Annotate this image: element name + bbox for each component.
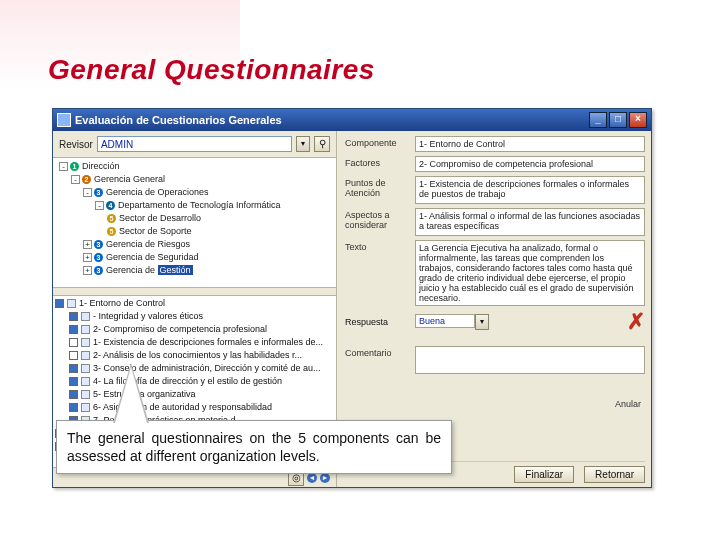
tree-node-selected: Gestión [158, 265, 193, 275]
factores-value: 2- Compromiso de competencia profesional [415, 156, 645, 172]
tree-node[interactable]: -1Dirección [57, 160, 336, 173]
list-item-label: 2- Análisis de los conocimientos y las h… [93, 349, 302, 362]
checkbox[interactable] [55, 299, 64, 308]
tree-node-label: Gerencia de [106, 265, 155, 275]
list-item[interactable]: 5- Estructura organizativa [55, 388, 334, 401]
expand-icon[interactable]: - [59, 162, 68, 171]
node-bullet-icon: 3 [94, 240, 103, 249]
tree-node[interactable]: +3Gerencia de Seguridad [57, 251, 336, 264]
tree-node[interactable]: +3Gerencia de Riesgos [57, 238, 336, 251]
expand-icon[interactable]: + [83, 253, 92, 262]
texto-label: Texto [345, 240, 409, 306]
cancel-icon[interactable]: ✗ [627, 315, 645, 329]
maximize-button[interactable]: □ [609, 112, 627, 128]
list-item[interactable]: 3- Consejo de administración, Dirección … [55, 362, 334, 375]
revisor-filter-button[interactable]: ⚲ [314, 136, 330, 152]
list-item-label: 1- Entorno de Control [79, 297, 165, 310]
tree-node-label: Gerencia de Seguridad [106, 252, 199, 262]
tree-node-label: Dirección [82, 161, 120, 171]
checkbox[interactable] [69, 403, 78, 412]
anular-label: Anular [615, 399, 641, 409]
componente-value: 1- Entorno de Control [415, 136, 645, 152]
puntos-label: Puntos de Atención [345, 176, 409, 204]
splitter[interactable] [53, 288, 336, 296]
componente-label: Componente [345, 136, 409, 152]
tree-node[interactable]: -2Gerencia General [57, 173, 336, 186]
item-icon [81, 312, 90, 321]
item-icon [81, 403, 90, 412]
aspectos-label: Aspectos a considerar [345, 208, 409, 236]
expand-icon[interactable]: - [83, 188, 92, 197]
org-tree[interactable]: -1Dirección-2Gerencia General-3Gerencia … [53, 158, 336, 288]
item-icon [81, 390, 90, 399]
app-icon [57, 113, 71, 127]
puntos-value: 1- Existencia de descripciones formales … [415, 176, 645, 204]
tree-node-label: Sector de Soporte [119, 226, 192, 236]
tree-node[interactable]: +3Gerencia de Gestión [57, 264, 336, 277]
node-bullet-icon: 5 [107, 214, 116, 223]
list-item-label: 2- Compromiso de competencia profesional [93, 323, 267, 336]
node-bullet-icon: 5 [107, 227, 116, 236]
expand-icon[interactable]: + [83, 266, 92, 275]
list-item-label: - Integridad y valores éticos [93, 310, 203, 323]
revisor-dropdown-arrow[interactable]: ▾ [296, 136, 310, 152]
revisor-label: Revisor [59, 139, 93, 150]
list-item[interactable]: 1- Entorno de Control [55, 297, 334, 310]
item-icon [81, 351, 90, 360]
node-bullet-icon: 3 [94, 188, 103, 197]
aspectos-value: 1- Análisis formal o informal de las fun… [415, 208, 645, 236]
expand-icon[interactable]: - [71, 175, 80, 184]
tree-node-label: Sector de Desarrollo [119, 213, 201, 223]
node-bullet-icon: 4 [106, 201, 115, 210]
finalizar-button[interactable]: Finalizar [514, 466, 574, 483]
tree-node-label: Gerencia de Riesgos [106, 239, 190, 249]
revisor-input[interactable] [97, 136, 292, 152]
checkbox[interactable] [69, 364, 78, 373]
comentario-label: Comentario [345, 346, 409, 374]
list-item[interactable]: 2- Compromiso de competencia profesional [55, 323, 334, 336]
comentario-value[interactable] [415, 346, 645, 374]
prev-icon[interactable]: ◄ [307, 473, 317, 483]
expand-icon[interactable]: + [83, 240, 92, 249]
slide-callout: The general questionnaires on the 5 comp… [56, 420, 452, 474]
node-bullet-icon: 3 [94, 266, 103, 275]
respuesta-dropdown-arrow[interactable]: ▾ [475, 314, 489, 330]
respuesta-input[interactable] [415, 314, 475, 328]
node-bullet-icon: 1 [70, 162, 79, 171]
list-item[interactable]: - Integridad y valores éticos [55, 310, 334, 323]
retornar-button[interactable]: Retornar [584, 466, 645, 483]
checkbox[interactable] [69, 312, 78, 321]
list-item[interactable]: 1- Existencia de descripciones formales … [55, 336, 334, 349]
tree-node-label: Departamento de Tecnología Informática [118, 200, 280, 210]
item-icon [81, 338, 90, 347]
checkbox[interactable] [69, 377, 78, 386]
list-item[interactable]: 4- La filosofía de dirección y el estilo… [55, 375, 334, 388]
item-icon [67, 299, 76, 308]
list-item[interactable]: 2- Análisis de los conocimientos y las h… [55, 349, 334, 362]
factores-label: Factores [345, 156, 409, 172]
checkbox[interactable] [69, 351, 78, 360]
list-item[interactable]: 6- Asignación de autoridad y responsabil… [55, 401, 334, 414]
tree-node[interactable]: -4Departamento de Tecnología Informática [57, 199, 336, 212]
respuesta-label: Respuesta [345, 317, 409, 327]
minimize-button[interactable]: _ [589, 112, 607, 128]
checkbox[interactable] [69, 338, 78, 347]
titlebar: Evaluación de Cuestionarios Generales _ … [53, 109, 651, 131]
tree-node[interactable]: 5Sector de Desarrollo [57, 212, 336, 225]
node-bullet-icon: 3 [94, 253, 103, 262]
tree-node[interactable]: -3Gerencia de Operaciones [57, 186, 336, 199]
slide-title: General Questionnaires [48, 54, 375, 86]
checkbox[interactable] [69, 390, 78, 399]
list-item-label: 1- Existencia de descripciones formales … [93, 336, 323, 349]
texto-value: La Gerencia Ejecutiva ha analizado, form… [415, 240, 645, 306]
tree-node[interactable]: 5Sector de Soporte [57, 225, 336, 238]
item-icon [81, 377, 90, 386]
item-icon [81, 325, 90, 334]
expand-icon[interactable]: - [95, 201, 104, 210]
close-button[interactable]: × [629, 112, 647, 128]
tree-node-label: Gerencia General [94, 174, 165, 184]
item-icon [81, 364, 90, 373]
checkbox[interactable] [69, 325, 78, 334]
tree-node-label: Gerencia de Operaciones [106, 187, 209, 197]
next-icon[interactable]: ► [320, 473, 330, 483]
